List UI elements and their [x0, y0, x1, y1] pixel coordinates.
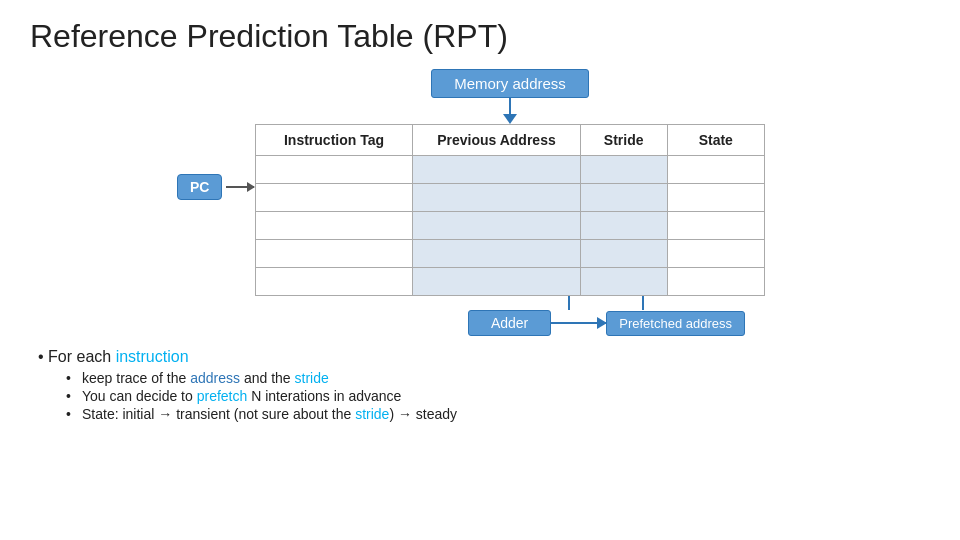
prefetched-box: Prefetched address: [606, 311, 745, 336]
td-state-5: [667, 268, 764, 296]
adder-box-row: Adder Prefetched address: [468, 310, 745, 336]
sub-bullet-3: State: initial → transient (not sure abo…: [66, 406, 930, 422]
sub-bullet-2: You can decide to prefetch N interations…: [66, 388, 930, 404]
pc-label-container: PC: [177, 174, 254, 200]
td-prev-2: [413, 184, 581, 212]
adder-lines: [568, 296, 644, 310]
bullets-section: • For each instruction keep trace of the…: [38, 348, 930, 422]
diagram-area: Memory address PC Instruction Tag Previo…: [90, 69, 930, 336]
page-title: Reference Prediction Table (RPT): [30, 18, 930, 55]
adder-line-left: [568, 296, 570, 310]
table-row: [256, 184, 765, 212]
adder-line-right: [642, 296, 644, 310]
th-state: State: [667, 125, 764, 156]
memory-address-box: Memory address: [431, 69, 589, 98]
td-stride-5: [580, 268, 667, 296]
diagram-center: Memory address PC Instruction Tag Previo…: [255, 69, 765, 336]
td-stride-2: [580, 184, 667, 212]
pc-box: PC: [177, 174, 222, 200]
pc-arrow: [226, 186, 254, 188]
td-stride-4: [580, 240, 667, 268]
td-prev-3: [413, 212, 581, 240]
arrow-line-1: [509, 98, 511, 114]
prefetched-arrow-line: [551, 322, 606, 324]
stride-highlight-1: stride: [295, 370, 329, 386]
td-state-4: [667, 240, 764, 268]
td-instr-3: [256, 212, 413, 240]
prefetched-addr-row: Prefetched address: [551, 311, 745, 336]
th-stride: Stride: [580, 125, 667, 156]
sub-bullets: keep trace of the address and the stride…: [66, 370, 930, 422]
arrow-down-1: [503, 114, 517, 124]
td-instr-4: [256, 240, 413, 268]
table-row: [256, 240, 765, 268]
prefetch-highlight: prefetch: [197, 388, 248, 404]
td-prev-4: [413, 240, 581, 268]
td-prev-5: [413, 268, 581, 296]
stride-highlight-2: stride: [355, 406, 389, 422]
rpt-table: Instruction Tag Previous Address Stride …: [255, 124, 765, 296]
main-bullet: • For each instruction: [38, 348, 930, 366]
prefetched-arrowhead: [597, 317, 607, 329]
sub-bullet-1: keep trace of the address and the stride: [66, 370, 930, 386]
address-highlight: address: [190, 370, 240, 386]
table-row: [256, 156, 765, 184]
instruction-highlight: instruction: [116, 348, 189, 365]
table-row: [256, 268, 765, 296]
td-state-2: [667, 184, 764, 212]
td-state-1: [667, 156, 764, 184]
td-stride-1: [580, 156, 667, 184]
td-state-3: [667, 212, 764, 240]
td-instr-1: [256, 156, 413, 184]
td-prev-1: [413, 156, 581, 184]
td-instr-2: [256, 184, 413, 212]
td-instr-5: [256, 268, 413, 296]
adder-box: Adder: [468, 310, 551, 336]
page: Reference Prediction Table (RPT) Memory …: [0, 0, 960, 540]
th-instruction-tag: Instruction Tag: [256, 125, 413, 156]
table-row: [256, 212, 765, 240]
td-stride-3: [580, 212, 667, 240]
adder-inner: Adder Prefetched address: [468, 296, 745, 336]
th-previous-address: Previous Address: [413, 125, 581, 156]
adder-area: Adder Prefetched address: [255, 296, 765, 336]
table-section: PC Instruction Tag Previous Address Stri…: [255, 124, 765, 296]
